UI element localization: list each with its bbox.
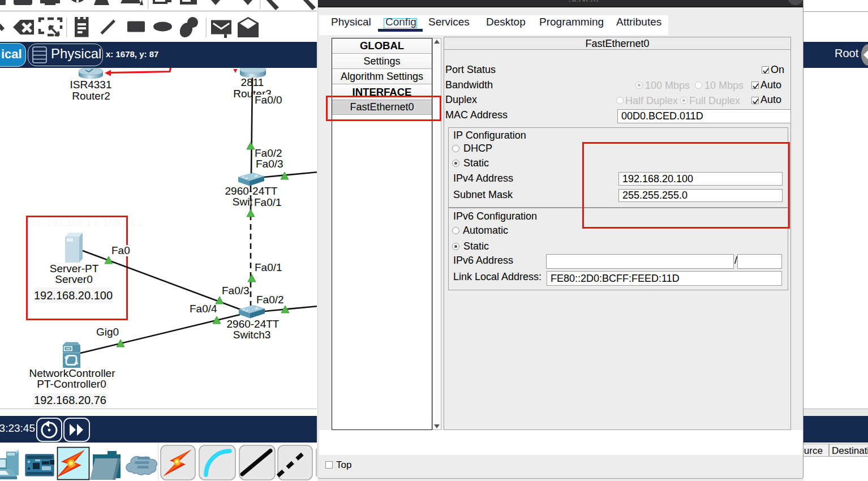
svg-text:Fa0/4: Fa0/4 — [190, 303, 217, 315]
svg-text:Fa0/0: Fa0/0 — [255, 94, 282, 106]
svg-text:Server0: Server0 — [55, 273, 93, 285]
svg-text:Router2: Router2 — [72, 90, 110, 102]
svg-text:Fa0/1: Fa0/1 — [255, 261, 282, 273]
svg-text:ht. 192.168.1 t. 168.2 t.1: ht. 192.168.1 t. 168.2 t.1 — [32, 217, 143, 229]
svg-text:Fa0/3: Fa0/3 — [222, 285, 250, 297]
svg-text:Fa0/3: Fa0/3 — [256, 158, 283, 170]
svg-text:192.168.20.100: 192.168.20.100 — [34, 289, 113, 302]
svg-text:Fa0: Fa0 — [111, 244, 130, 256]
svg-text:Fa0/2: Fa0/2 — [255, 147, 282, 159]
svg-text:Fa0/2: Fa0/2 — [256, 294, 284, 306]
svg-text:192.168.20.76: 192.168.20.76 — [34, 394, 106, 406]
svg-text:PT-Controller0: PT-Controller0 — [37, 378, 106, 390]
svg-text:Switch3: Switch3 — [233, 329, 271, 341]
svg-text:ISR4331: ISR4331 — [70, 79, 112, 91]
svg-text:Gig0: Gig0 — [96, 326, 119, 338]
svg-text:Fa0/1: Fa0/1 — [254, 196, 282, 208]
svg-text:2960-24TT: 2960-24TT — [227, 318, 280, 330]
svg-text:Server-PT: Server-PT — [50, 263, 99, 274]
svg-text:NetworkController: NetworkController — [29, 367, 115, 379]
